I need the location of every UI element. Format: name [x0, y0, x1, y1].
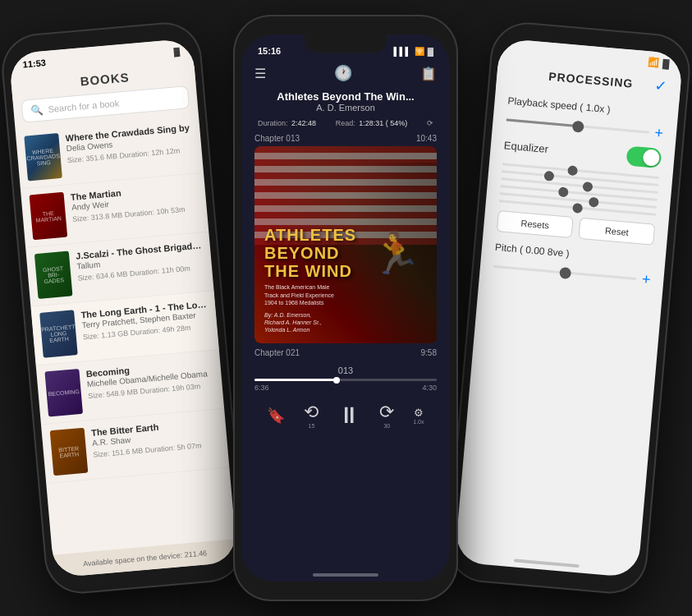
album-title-line3: THE WIND — [264, 262, 427, 280]
battery-icon: ▓ — [173, 46, 180, 56]
presets-button[interactable]: Resets — [497, 210, 574, 238]
eq-thumb-4[interactable] — [558, 186, 569, 197]
chapter-number: 013 — [254, 365, 437, 375]
pitch-plus-icon[interactable]: + — [641, 271, 651, 289]
bookmark-control: 🔖 — [267, 407, 285, 425]
album-art-content: ATHLETES BEYOND THE WIND The Black Ameri… — [254, 146, 437, 343]
chapter-label: Chapter 013 — [254, 134, 300, 143]
book-info: Where the Crawdads Sing by Delia Owens S… — [65, 122, 194, 166]
time-left: 6:36 — [254, 384, 269, 392]
wifi-right-icon: 📶 — [648, 57, 660, 68]
book-info: The Long Earth - 1 - The Long Ear Terry … — [80, 298, 209, 342]
progress-bar[interactable] — [254, 379, 437, 381]
cover-image: WHERECRAWDADSSING — [24, 133, 62, 181]
book-cover: GHOSTBRI-GADES — [34, 251, 73, 299]
eq-thumb-3[interactable] — [582, 181, 593, 191]
pitch-thumb[interactable] — [559, 266, 571, 278]
notch — [305, 34, 387, 53]
eq-thumb-2[interactable] — [543, 170, 554, 181]
eq-thumb-1[interactable] — [568, 165, 579, 176]
search-placeholder: Search for a book — [48, 99, 120, 115]
menu-button[interactable] — [21, 78, 41, 93]
wifi-icon: 🛜 — [415, 47, 424, 56]
chapter2-label: Chapter 021 — [254, 348, 300, 357]
book-cover: WHERECRAWDADSSING — [24, 133, 62, 181]
pause-button[interactable]: ⏸ — [337, 402, 360, 429]
battery-mid-icon: ▓ — [428, 47, 433, 56]
cover-image: BECOMING — [44, 369, 83, 416]
cover-image: THEMARTIAN — [30, 192, 68, 240]
album-title-line1: ATHLETES — [264, 226, 427, 244]
mid-phone: 15:16 ▌▌▌ 🛜 ▓ ☰ 🕐 📋 Athletes Beyond The … — [235, 16, 456, 600]
album-art: ATHLETES BEYOND THE WIND The Black Ameri… — [254, 146, 437, 343]
cover-image: BITTEREARTH — [50, 428, 89, 476]
album-title-line2: BEYOND — [264, 244, 427, 262]
equalizer-label: Equalizer — [503, 139, 548, 155]
reset-button[interactable]: Reset — [578, 218, 655, 246]
battery-right-icon: ▓ — [662, 58, 670, 69]
book-info: Becoming Michelle Obama/Michelle Obama S… — [85, 357, 214, 402]
book-info: J.Scalzi - The Ghost Brigades Tallum Siz… — [76, 239, 204, 283]
eq-sliders — [499, 163, 659, 216]
speed-icon[interactable]: ⟳ — [427, 119, 433, 127]
bookmark-button[interactable]: 🔖 — [267, 407, 285, 425]
forward-button[interactable]: ⟳ — [379, 402, 394, 423]
pause-control: ⏸ — [337, 402, 360, 429]
left-time: 11:53 — [22, 57, 46, 69]
home-indicator — [313, 573, 378, 577]
clock-icon[interactable]: 🕐 — [334, 64, 352, 82]
mid-header: ☰ 🕐 📋 — [241, 59, 450, 87]
chapter2-time: 9:58 — [421, 348, 437, 357]
rewind-control: ⟲ 15 — [304, 402, 319, 429]
chapter-row-top: Chapter 013 10:43 — [241, 131, 450, 146]
mid-time: 15:16 — [258, 39, 281, 56]
player-controls: 🔖 ⟲ 15 ⏸ ⟳ 30 ⚙ 1.0x — [241, 395, 450, 435]
eq-thumb-5[interactable] — [589, 196, 599, 207]
left-phone: 11:53 ▓ BOOKS 🔍 Search for a book WHEREC… — [1, 21, 245, 595]
book-cover: PRATCHETTLONGEARTH — [39, 310, 78, 357]
book-info: The Bitter Earth A.R. Shaw Size: 151.6 M… — [90, 416, 219, 461]
duration-label: Duration: 2:42:48 — [258, 119, 316, 127]
player-book-author: A. D. Emerson — [254, 103, 437, 113]
pitch-track[interactable] — [493, 265, 637, 280]
processing-title: PROCESSING — [548, 70, 634, 90]
eq-button[interactable]: ⚙ — [414, 407, 424, 419]
player-book-title: Athletes Beyond The Win... — [254, 90, 437, 103]
speed-track[interactable] — [506, 118, 650, 133]
progress-thumb — [333, 377, 340, 384]
album-subtitle: The Black American MaleTrack and Field E… — [264, 283, 427, 306]
book-details-row: Duration: 2:42:48 Read: 1:28:31 ( 54%) ⟳ — [241, 116, 450, 131]
mid-screen: 15:16 ▌▌▌ 🛜 ▓ ☰ 🕐 📋 Athletes Beyond The … — [241, 34, 450, 582]
right-screen: 📶 ▓ PROCESSING ✓ Playback speed ( 1.0x )… — [455, 38, 684, 577]
chapter-row-bottom: Chapter 021 9:58 — [241, 343, 450, 362]
speed-label: 1.0x — [413, 419, 424, 425]
eq-thumb-6[interactable] — [572, 202, 583, 213]
search-icon: 🔍 — [30, 104, 44, 117]
book-title-area: Athletes Beyond The Win... A. D. Emerson — [241, 87, 450, 116]
progress-fill — [254, 379, 337, 381]
bookmark-list-icon[interactable]: 📋 — [420, 66, 437, 81]
progress-section: 013 6:36 4:30 — [241, 362, 450, 395]
book-cover: BITTEREARTH — [50, 428, 89, 476]
book-cover: BECOMING — [44, 369, 83, 416]
left-screen: 11:53 ▓ BOOKS 🔍 Search for a book WHEREC… — [9, 38, 238, 577]
processing-content: Playback speed ( 1.0x ) + Equalizer — [455, 87, 679, 569]
speed-plus-icon[interactable]: + — [654, 124, 664, 142]
chapter-time: 10:43 — [416, 134, 437, 143]
presets-row: Resets Reset — [497, 210, 656, 246]
rewind-button[interactable]: ⟲ — [304, 402, 319, 423]
forward-label: 30 — [383, 423, 390, 429]
equalizer-control: ⚙ 1.0x — [413, 407, 424, 425]
confirm-button[interactable]: ✓ — [654, 76, 668, 95]
forward-control: ⟳ 30 — [379, 402, 394, 429]
hamburger-icon[interactable]: ☰ — [254, 66, 266, 81]
equalizer-toggle[interactable] — [626, 145, 662, 168]
book-cover: THEMARTIAN — [30, 192, 68, 240]
rewind-label: 15 — [309, 423, 315, 429]
toggle-knob — [642, 149, 660, 167]
time-right: 4:30 — [422, 384, 437, 392]
right-phone: 📶 ▓ PROCESSING ✓ Playback speed ( 1.0x )… — [447, 21, 691, 595]
speed-thumb[interactable] — [571, 120, 584, 132]
cover-image: PRATCHETTLONGEARTH — [39, 310, 78, 357]
book-info: The Martian Andy Weir Size: 313.8 MB Dur… — [70, 181, 199, 225]
